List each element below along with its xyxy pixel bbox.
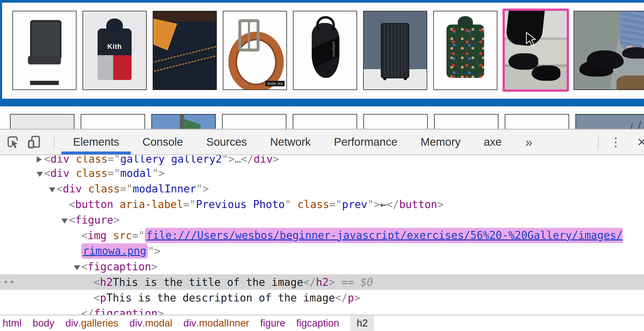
jeans-orange-tag-thumb-photo [364, 115, 427, 129]
gallery-image-denim-jeans-closeup[interactable] [153, 11, 217, 90]
dom-tree-line[interactable]: <div class="modal"> [0, 165, 644, 181]
breadcrumb-body[interactable]: body [33, 315, 54, 331]
gallery-divider-border [0, 99, 644, 106]
dom-tree-line[interactable]: <button aria-label="Previous Photo" clas… [0, 196, 644, 212]
tab-axe[interactable]: axe [472, 130, 513, 154]
devtools-menu-icon[interactable]: ⋮ [610, 130, 622, 154]
device-toolbar-icon[interactable] [26, 135, 41, 149]
dom-tree: <div class="gallery gallery2">…</div><di… [0, 155, 644, 315]
dom-tree-line[interactable]: <pThis is the description of the image</… [0, 290, 644, 305]
devtools-toolbar: ElementsConsoleSourcesNetworkPerformance… [0, 129, 644, 155]
breadcrumb-div-galleries[interactable]: div.galleries [65, 315, 118, 331]
leather-belt-label: Nudie Jea [265, 81, 285, 86]
breadcrumb-h2[interactable]: h2 [350, 315, 374, 331]
gallery-top: KithNudie Jeapatagonia [0, 3, 644, 99]
tab-memory[interactable]: Memory [409, 130, 472, 154]
browser-window: { "colors": { "gallery_border_blue": "#0… [0, 0, 644, 331]
gallery-image-jeans-orange-tag-thumb[interactable] [363, 114, 428, 129]
expanded-arrow-icon[interactable] [37, 167, 44, 179]
gallery-top-border [0, 0, 644, 3]
breadcrumb-div-modalInner[interactable]: div.modalInner [184, 315, 249, 331]
gallery-image-orange-luggage-thumb[interactable] [434, 114, 498, 129]
expanded-arrow-icon[interactable] [74, 261, 81, 273]
row-overflow-dots: •• [3, 277, 16, 287]
gallery-image-aluminum-suitcase[interactable] [363, 11, 427, 90]
camp-chair-photo [13, 11, 76, 89]
denim-jeans-closeup-photo [153, 11, 216, 89]
gallery-image-leather-belt[interactable]: Nudie Jea [223, 11, 287, 90]
collapsed-arrow-icon[interactable] [37, 155, 44, 165]
expanded-arrow-icon[interactable] [61, 214, 69, 226]
dom-tree-line[interactable]: <img src="file:///Users/wesbos/beginner-… [0, 228, 644, 243]
tab-network[interactable]: Network [258, 130, 322, 154]
toolbar-divider-right [598, 135, 599, 150]
gallery-image-kith-hoodie[interactable]: Kith [83, 11, 147, 90]
gallery-image-green-flag-sky-thumb[interactable] [151, 114, 216, 129]
leather-belt-photo: Nudie Jea [223, 11, 286, 89]
gallery-image-black-sneakers-wet-street[interactable] [574, 11, 644, 90]
devtools-panel: ElementsConsoleSourcesNetworkPerformance… [0, 129, 644, 331]
dom-tree-line[interactable]: <div class="modalInner"> [0, 181, 644, 196]
black-backpack-photo: patagonia [294, 11, 357, 89]
branches-scene-thumb-photo [576, 115, 644, 129]
gallery-bottom [0, 106, 644, 129]
kith-hoodie-photo: Kith [83, 11, 146, 89]
gallery-image-black-running-shoes[interactable] [503, 9, 569, 92]
black-running-shoes-photo [505, 11, 567, 89]
inspect-element-icon[interactable] [6, 135, 21, 149]
gray-device-thumb-photo [223, 115, 286, 129]
dom-breadcrumbs: htmlbodydiv.galleriesdiv.modaldiv.modalI… [0, 315, 644, 331]
dom-tree-line[interactable]: rimowa.png"> [0, 243, 644, 259]
ankle-shape [627, 46, 633, 56]
dom-tree-line[interactable]: ••<h2This is the title of the image</h2>… [0, 274, 644, 290]
black-sneakers-wet-street-photo [574, 11, 644, 89]
orange-luggage-thumb-photo [435, 115, 498, 129]
devtools-close-icon[interactable]: ✕ [637, 130, 644, 154]
gallery-image-gray-device-thumb[interactable] [222, 114, 286, 129]
dom-tree-line[interactable]: <div class="gallery gallery2">…</div> [0, 155, 644, 165]
mud-shape [617, 75, 644, 89]
dark-hoodie-thumb-photo [293, 115, 357, 129]
kith-hoodie-label: Kith [83, 42, 146, 51]
breadcrumb-html[interactable]: html [3, 315, 22, 331]
img-src-link[interactable]: rimowa.png [81, 243, 148, 259]
dom-tree-line[interactable]: <figure> [0, 212, 644, 228]
tab-performance[interactable]: Performance [322, 130, 409, 154]
gray-chair-thumb-photo [11, 115, 74, 129]
mouse-cursor-icon [525, 32, 537, 47]
gallery-image-tropical-print-jacket[interactable] [433, 11, 497, 90]
gallery-image-gray-chair-thumb[interactable] [10, 114, 74, 129]
breadcrumb-figcaption[interactable]: figcaption [296, 315, 339, 331]
backpack-straps-thumb-photo [505, 115, 569, 129]
dom-tree-line[interactable]: </figcaption> [0, 305, 644, 315]
green-flag-sky-thumb-photo [152, 115, 215, 129]
img-src-link[interactable]: file:///Users/wesbos/beginner-javascript… [145, 228, 623, 243]
tab-sources[interactable]: Sources [195, 130, 258, 154]
tab-console[interactable]: Console [131, 130, 195, 154]
devtools-tabs: ElementsConsoleSourcesNetworkPerformance… [61, 130, 513, 154]
gallery-image-backpack-straps-thumb[interactable] [505, 114, 569, 129]
gallery-image-dark-hoodie-thumb[interactable] [293, 114, 357, 129]
breadcrumb-div-modal[interactable]: div.modal [129, 315, 172, 331]
portrait-thumb-photo [81, 115, 145, 129]
toolbar-divider [54, 135, 55, 149]
tab-elements[interactable]: Elements [61, 130, 131, 154]
dom-tree-line[interactable]: <figcaption> [0, 259, 644, 274]
gallery-image-portrait-thumb[interactable] [81, 114, 145, 129]
more-tabs-button[interactable]: » [525, 135, 532, 149]
gallery-image-black-backpack[interactable]: patagonia [293, 11, 357, 90]
tropical-print-jacket-photo [434, 11, 497, 89]
black-backpack-label: patagonia [332, 42, 336, 57]
gallery-image-branches-scene-thumb[interactable] [575, 114, 644, 129]
expanded-arrow-icon[interactable] [49, 183, 56, 195]
breadcrumb-figure[interactable]: figure [260, 315, 285, 331]
gallery-left-border [0, 0, 2, 99]
aluminum-suitcase-photo [364, 11, 427, 89]
gallery-image-camp-chair[interactable] [12, 11, 76, 90]
